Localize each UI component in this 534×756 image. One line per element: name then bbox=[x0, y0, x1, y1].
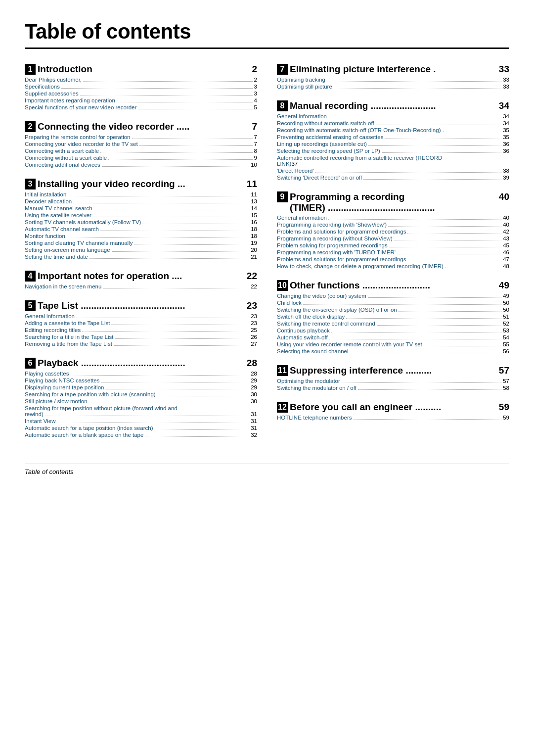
toc-page-num: 45 bbox=[503, 242, 509, 248]
section-header: 1Introduction 2 bbox=[25, 64, 257, 75]
section-title: Before you call an engineer .......... bbox=[290, 402, 441, 413]
toc-entry: Dear Philips customer,2 bbox=[25, 77, 257, 83]
section-header: 5Tape List .............................… bbox=[25, 300, 257, 312]
toc-page-num: 43 bbox=[503, 236, 509, 241]
section-title: Eliminating picture interference . bbox=[290, 64, 436, 75]
toc-page-num: 48 bbox=[503, 263, 509, 269]
toc-page-num: 3 bbox=[254, 84, 257, 90]
toc-page-num: 58 bbox=[503, 385, 509, 391]
toc-page-num: 4 bbox=[254, 97, 257, 103]
toc-entry: Automatic search for a blank space on th… bbox=[25, 432, 257, 438]
section-page-num: 40 bbox=[499, 191, 509, 202]
toc-entry: Automatic controlled recording from a sa… bbox=[277, 155, 509, 167]
section-number: 4 bbox=[25, 271, 36, 282]
section-10: 10Other functions ......................… bbox=[277, 280, 509, 354]
toc-entry: Playing cassettes28 bbox=[25, 371, 257, 377]
toc-page-num: 23 bbox=[251, 313, 257, 319]
toc-entry: Recording without automatic switch-off34 bbox=[277, 120, 509, 126]
title-rule bbox=[25, 47, 509, 49]
section-12: 12Before you call an engineer ..........… bbox=[277, 402, 509, 421]
toc-entry: Automatic search for a tape position (in… bbox=[25, 425, 257, 431]
section-page-num: 59 bbox=[499, 402, 509, 413]
section-header: 9Programming a recording(TIMER) ........… bbox=[277, 191, 509, 213]
section-number: 2 bbox=[25, 121, 36, 132]
toc-entry: HOTLINE telephone numbers59 bbox=[277, 415, 509, 421]
toc-entry: Programming a recording with 'TURBO TIME… bbox=[277, 249, 509, 255]
toc-page-num: 49 bbox=[503, 293, 509, 299]
toc-entry: Optimising tracking33 bbox=[277, 77, 509, 83]
toc-entry: Switch off the clock display51 bbox=[277, 314, 509, 320]
section-header: 11Suppressing interference ..........57 bbox=[277, 365, 509, 377]
section-1: 1Introduction 2Dear Philips customer,2Sp… bbox=[25, 64, 257, 110]
section-3: 3Installing your video recording ...11In… bbox=[25, 179, 257, 260]
toc-page-num: 18 bbox=[251, 226, 257, 232]
toc-page-num: 34 bbox=[503, 113, 509, 119]
section-title: Other functions ........................… bbox=[290, 280, 430, 291]
toc-entry: General information40 bbox=[277, 215, 509, 221]
toc-page-num: 31 bbox=[251, 418, 257, 424]
toc-page-num: 50 bbox=[503, 300, 509, 306]
toc-entry: Connecting your video recorder to the TV… bbox=[25, 141, 257, 147]
toc-entry: Setting the time and date21 bbox=[25, 254, 257, 260]
section-page-num: 2 bbox=[252, 64, 257, 75]
toc-entry: Adding a cassette to the Tape List23 bbox=[25, 320, 257, 326]
toc-page-num: 21 bbox=[251, 254, 257, 260]
toc-page-num: 55 bbox=[503, 341, 509, 347]
toc-entry: Using the satellite receiver15 bbox=[25, 212, 257, 218]
toc-page-num: 51 bbox=[503, 314, 509, 320]
toc-entry: Editing recording titles25 bbox=[25, 327, 257, 333]
toc-page-num: 29 bbox=[251, 384, 257, 390]
toc-entry: Automatic switch-off54 bbox=[277, 334, 509, 340]
section-page-num: 23 bbox=[247, 300, 257, 311]
toc-page-num: 7 bbox=[254, 134, 257, 140]
toc-entry: Searching for a title in the Tape List26 bbox=[25, 334, 257, 340]
toc-page-num: 59 bbox=[503, 415, 509, 421]
section-number: 3 bbox=[25, 179, 36, 189]
toc-entry: How to check, change or delete a program… bbox=[277, 263, 509, 269]
toc-page-num: 26 bbox=[251, 334, 257, 340]
section-number: 7 bbox=[277, 64, 288, 75]
section-page-num: 7 bbox=[252, 121, 257, 132]
toc-entry: Setting on-screen menu language20 bbox=[25, 247, 257, 253]
toc-entry: Changing the video (colour) system49 bbox=[277, 293, 509, 299]
toc-entry: Switching 'Direct Record' on or off39 bbox=[277, 175, 509, 181]
toc-entry: Switching the modulator on / off58 bbox=[277, 385, 509, 391]
toc-page-num: 47 bbox=[503, 256, 509, 262]
toc-entry: Decoder allocation13 bbox=[25, 198, 257, 204]
toc-page-num: 33 bbox=[503, 77, 509, 83]
toc-entry: Monitor function18 bbox=[25, 233, 257, 239]
toc-page-num: 35 bbox=[503, 134, 509, 140]
section-number: 1 bbox=[25, 64, 36, 75]
page-title: Table of contents bbox=[25, 20, 509, 44]
section-header: 10Other functions ......................… bbox=[277, 280, 509, 291]
toc-entry: Optimising still picture33 bbox=[277, 84, 509, 90]
toc-page-num: 2 bbox=[254, 77, 257, 83]
section-6: 6Playback ..............................… bbox=[25, 358, 257, 438]
toc-page-num: 36 bbox=[503, 141, 509, 147]
section-8: 8Manual recording ......................… bbox=[277, 100, 509, 181]
toc-entry: Optimising the modulator57 bbox=[277, 378, 509, 384]
content-columns: 1Introduction 2Dear Philips customer,2Sp… bbox=[25, 64, 509, 449]
toc-page-num: 15 bbox=[251, 212, 257, 218]
toc-entry: Continuous playback53 bbox=[277, 328, 509, 333]
toc-entry: Preparing the remote control for operati… bbox=[25, 134, 257, 140]
toc-page-num: 28 bbox=[251, 371, 257, 377]
section-title: Important notes for operation .... bbox=[38, 271, 182, 282]
toc-page-num: 39 bbox=[503, 175, 509, 181]
section-page-num: 57 bbox=[499, 365, 509, 376]
toc-page-num: 34 bbox=[503, 120, 509, 126]
toc-page-num: 30 bbox=[251, 398, 257, 404]
toc-page-num: 35 bbox=[503, 127, 509, 133]
section-header: 7Eliminating picture interference .33 bbox=[277, 64, 509, 75]
toc-entry: Still picture / slow motion30 bbox=[25, 398, 257, 404]
section-9: 9Programming a recording(TIMER) ........… bbox=[277, 191, 509, 269]
toc-entry: Connecting without a scart cable9 bbox=[25, 155, 257, 161]
toc-page-num: 31 bbox=[251, 425, 257, 431]
section-title: Tape List ..............................… bbox=[38, 300, 185, 311]
toc-page-num: 5 bbox=[254, 104, 257, 110]
section-number: 12 bbox=[277, 402, 288, 413]
section-title: Playback ...............................… bbox=[38, 358, 185, 369]
toc-entry: Playing back NTSC cassettes29 bbox=[25, 378, 257, 383]
toc-entry: 'Direct Record'38 bbox=[277, 168, 509, 174]
toc-entry: Problem solving for programmed recording… bbox=[277, 242, 509, 248]
